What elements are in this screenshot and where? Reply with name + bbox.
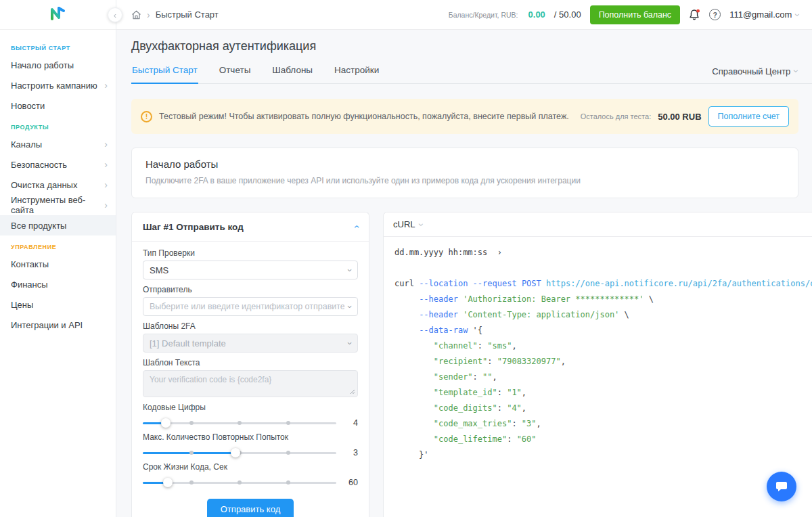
- sidebar-nav: БЫСТРЫЙ СТАРТ Начало работы Настроить ка…: [0, 30, 116, 335]
- sidebar-item-prices[interactable]: Цены: [0, 294, 116, 315]
- chevron-right-icon: ›: [104, 180, 108, 189]
- main-column: › Быстрый Старт Баланс/Кредит, RUB: 0.00…: [116, 0, 812, 517]
- sidebar-item-getting-started[interactable]: Начало работы: [0, 55, 116, 75]
- code-digits-slider[interactable]: [143, 418, 336, 428]
- step1-card: Шаг #1 Отправить код › Тип Проверки SMS …: [131, 212, 369, 517]
- getting-started-title: Начало работы: [145, 158, 784, 170]
- tab-reports[interactable]: Отчеты: [219, 59, 252, 84]
- sidebar-item-finances[interactable]: Финансы: [0, 274, 116, 294]
- tabs: Быстрый Старт Отчеты Шаблоны Настройки С…: [131, 59, 812, 84]
- breadcrumb: › Быстрый Старт: [131, 9, 219, 20]
- max-tries-label: Макс. Количество Повторных Попыток: [143, 432, 358, 442]
- chevron-down-icon: ›: [792, 70, 802, 73]
- template-text-placeholder: Your verification code is {code2fa}: [150, 375, 271, 384]
- sidebar-item-label: Безопасность: [11, 160, 67, 170]
- tab-templates[interactable]: Шаблоны: [271, 59, 313, 84]
- page-title: Двухфакторная аутентификация: [131, 39, 812, 53]
- slider-tick: [286, 480, 290, 485]
- slider-handle[interactable]: [163, 478, 173, 487]
- code-lifetime-value: 60: [344, 478, 358, 487]
- sidebar-collapse-button[interactable]: ‹: [108, 7, 122, 22]
- templates-value: [1] Default template: [150, 338, 226, 349]
- help-center-menu[interactable]: Справочный Центр ›: [712, 66, 798, 76]
- topup-account-button[interactable]: Пополните счет: [708, 106, 789, 127]
- sidebar-item-label: Новости: [11, 101, 45, 111]
- sidebar-item-integrations-api[interactable]: Интеграции и API: [0, 315, 116, 335]
- page-content: Двухфакторная аутентификация Быстрый Ста…: [116, 30, 812, 517]
- getting-started-card: Начало работы Подключите 2FA в ваше прил…: [131, 148, 798, 198]
- resize-handle-icon[interactable]: [350, 389, 355, 395]
- help-icon[interactable]: ?: [709, 9, 721, 20]
- code-block: dd.mm.yyyy hh:mm:ss › curl --location --…: [384, 237, 812, 471]
- code-language-select[interactable]: cURL ›: [384, 212, 812, 237]
- breadcrumb-page[interactable]: Быстрый Старт: [156, 9, 219, 20]
- field-sender: Отправитель Выберите или введите идентиф…: [143, 285, 358, 316]
- getting-started-subtitle: Подключите 2FA в ваше приложение через A…: [145, 176, 784, 185]
- topbar: › Быстрый Старт Баланс/Кредит, RUB: 0.00…: [116, 0, 812, 30]
- sidebar-item-label: Начало работы: [11, 60, 74, 70]
- template-text-label: Шаблон Текста: [143, 358, 358, 367]
- balance-total: / 50.00: [554, 9, 581, 20]
- test-mode-banner: ! Тестовый режим! Чтобы активировать пол…: [131, 99, 798, 134]
- send-code-button[interactable]: Отправить код: [207, 499, 294, 517]
- sidebar-item-channels[interactable]: Каналы›: [0, 134, 116, 154]
- help-center-label: Справочный Центр: [712, 66, 790, 76]
- logo-icon: [48, 5, 68, 22]
- chat-widget-button[interactable]: [767, 472, 796, 501]
- templates-select[interactable]: [1] Default template ›: [143, 334, 358, 353]
- topbar-right: Баланс/Кредит, RUB: 0.00 / 50.00 Пополни…: [449, 5, 800, 24]
- sidebar-item-label: Настроить кампанию: [11, 81, 97, 91]
- sender-placeholder: Выберите или введите идентификатор отпра…: [150, 302, 344, 311]
- slider-tick: [189, 451, 194, 455]
- sidebar: БЫСТРЫЙ СТАРТ Начало работы Настроить ка…: [0, 0, 116, 517]
- chevron-down-icon: ›: [794, 13, 803, 16]
- chevron-up-icon[interactable]: ›: [351, 225, 362, 229]
- app-logo[interactable]: [48, 5, 68, 25]
- step1-header[interactable]: Шаг #1 Отправить код ›: [132, 212, 369, 242]
- sidebar-item-label: Инструменты веб-сайта: [11, 195, 104, 215]
- balance-value: 0.00: [528, 9, 545, 20]
- code-lifetime-slider[interactable]: [143, 478, 336, 487]
- chevron-right-icon: ›: [104, 139, 108, 149]
- sidebar-item-label: Интеграции и API: [11, 320, 83, 330]
- slider-handle[interactable]: [161, 418, 171, 428]
- step1-title: Шаг #1 Отправить код: [143, 222, 244, 232]
- sidebar-item-setup-campaign[interactable]: Настроить кампанию›: [0, 75, 116, 95]
- app-root: БЫСТРЫЙ СТАРТ Начало работы Настроить ка…: [0, 0, 812, 517]
- slider-tick: [286, 421, 290, 425]
- sidebar-item-contacts[interactable]: Контакты: [0, 254, 116, 274]
- tab-settings[interactable]: Настройки: [334, 59, 380, 84]
- columns: Шаг #1 Отправить код › Тип Проверки SMS …: [131, 212, 812, 517]
- slider-tick: [189, 480, 194, 485]
- code-panel: cURL › dd.mm.yyyy hh:mm:ss › curl --loca…: [383, 212, 812, 517]
- home-icon[interactable]: [131, 10, 141, 20]
- verification-type-value: SMS: [150, 265, 168, 275]
- verification-type-select[interactable]: SMS ›: [143, 261, 358, 279]
- account-menu[interactable]: 111@gmail.com ›: [729, 9, 800, 20]
- sidebar-item-news[interactable]: Новости: [0, 95, 116, 116]
- topup-balance-button[interactable]: Пополнить баланс: [590, 5, 681, 24]
- sidebar-item-label: Финансы: [11, 279, 48, 290]
- chevron-right-icon: ›: [104, 160, 108, 169]
- sidebar-header: [0, 0, 116, 30]
- sidebar-item-security[interactable]: Безопасность›: [0, 154, 116, 175]
- tab-quick-start[interactable]: Быстрый Старт: [131, 59, 198, 84]
- remaining-label: Осталось для теста:: [581, 112, 652, 120]
- sidebar-item-data-cleaning[interactable]: Очистка данных›: [0, 175, 116, 195]
- step1-body: Тип Проверки SMS › Отправитель Выберите …: [132, 242, 369, 517]
- banner-text: Тестовый режим! Чтобы активировать полну…: [159, 112, 569, 121]
- sender-select[interactable]: Выберите или введите идентификатор отпра…: [143, 297, 358, 316]
- sidebar-item-website-tools[interactable]: Инструменты веб-сайта›: [0, 195, 116, 215]
- chevron-down-icon: ›: [344, 269, 355, 271]
- slider-handle[interactable]: [231, 448, 240, 457]
- sidebar-item-all-products[interactable]: Все продукты: [0, 215, 116, 235]
- template-text-input[interactable]: Your verification code is {code2fa}: [143, 370, 358, 397]
- sidebar-section-products: ПРОДУКТЫ: [0, 116, 116, 134]
- field-verification-type: Тип Проверки SMS ›: [143, 248, 358, 279]
- chevron-down-icon: ›: [344, 305, 355, 308]
- banner-right: Осталось для теста: 50.00 RUB Пополните …: [581, 106, 789, 127]
- notifications-bell-icon[interactable]: [689, 9, 700, 21]
- field-max-tries: Макс. Количество Повторных Попыток: [143, 432, 358, 459]
- max-tries-slider[interactable]: [143, 448, 336, 457]
- sidebar-section-management: УПРАВЛЕНИЕ: [0, 235, 116, 254]
